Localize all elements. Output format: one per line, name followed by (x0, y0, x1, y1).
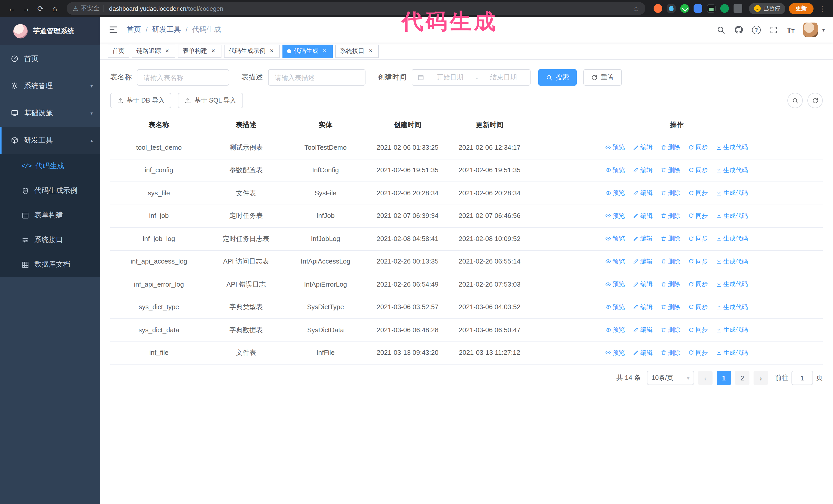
row-action-generate-code[interactable]: 生成代码 (716, 164, 748, 175)
browser-forward-icon[interactable]: → (20, 2, 33, 15)
sidebar-item-home[interactable]: 首页 (0, 45, 100, 72)
row-action-preview[interactable]: 预览 (605, 256, 625, 267)
table-row[interactable]: sys_dict_data 字典数据表 SysDictData 2021-03-… (110, 319, 823, 341)
update-button[interactable]: 更新 (789, 3, 813, 14)
row-action-preview[interactable]: 预览 (605, 187, 625, 198)
row-action-edit[interactable]: 编辑 (633, 324, 652, 335)
row-action-preview[interactable]: 预览 (605, 301, 625, 312)
address-bar[interactable]: ⚠ 不安全 dashboard.yudao.iocoder.cn/tool/co… (67, 2, 645, 15)
close-icon[interactable]: × (321, 47, 328, 55)
breadcrumb-home[interactable]: 首页 (127, 25, 141, 34)
table-desc-input[interactable] (268, 69, 365, 86)
row-action-sync[interactable]: 同步 (688, 301, 708, 312)
browser-back-icon[interactable]: ← (5, 2, 19, 15)
table-row[interactable]: inf_api_error_log API 错误日志 InfApiErrorLo… (110, 273, 823, 296)
row-action-preview[interactable]: 预览 (605, 324, 625, 335)
table-row[interactable]: inf_job_log 定时任务日志表 InfJobLog 2021-02-08… (110, 227, 823, 250)
page-size-select[interactable]: 10条/页 ▾ (647, 371, 694, 385)
row-action-delete[interactable]: 删除 (661, 233, 680, 244)
bookmark-star-icon[interactable]: ☆ (633, 4, 639, 13)
row-action-edit[interactable]: 编辑 (633, 210, 652, 221)
tab-codegen[interactable]: 代码生成 × (282, 44, 333, 58)
sidebar-item-devtools[interactable]: 研发工具 ▴ (0, 127, 100, 154)
sidebar-item-codegen[interactable]: </> 代码生成 (0, 154, 100, 178)
row-action-preview[interactable]: 预览 (605, 347, 625, 358)
row-action-sync[interactable]: 同步 (688, 279, 708, 290)
tab-form-builder[interactable]: 表单构建 × (178, 44, 221, 58)
row-action-edit[interactable]: 编辑 (633, 347, 652, 358)
github-icon[interactable] (734, 25, 743, 34)
reset-button[interactable]: 重置 (584, 69, 622, 86)
next-page-button[interactable]: › (754, 371, 768, 385)
table-row[interactable]: sys_dict_type 字典类型表 SysDictType 2021-03-… (110, 296, 823, 319)
table-name-input[interactable] (137, 69, 229, 86)
sidebar-item-codegen-example[interactable]: 代码生成示例 (0, 178, 100, 203)
row-action-generate-code[interactable]: 生成代码 (716, 256, 748, 267)
tab-codegen-example[interactable]: 代码生成示例 × (224, 44, 280, 58)
page-button-1[interactable]: 1 (717, 371, 731, 385)
close-icon[interactable]: × (268, 47, 275, 55)
row-action-generate-code[interactable]: 生成代码 (716, 347, 748, 358)
table-row[interactable]: inf_config 参数配置表 InfConfig 2021-02-06 19… (110, 159, 823, 182)
row-action-edit[interactable]: 编辑 (633, 164, 652, 175)
table-row[interactable]: inf_job 定时任务表 InfJob 2021-02-07 06:39:34… (110, 205, 823, 227)
row-action-preview[interactable]: 预览 (605, 233, 625, 244)
table-row[interactable]: inf_api_access_log API 访问日志表 InfApiAcces… (110, 250, 823, 273)
row-action-preview[interactable]: 预览 (605, 142, 625, 153)
row-action-delete[interactable]: 删除 (661, 210, 680, 221)
extension-icon-6[interactable] (720, 4, 729, 13)
close-icon[interactable]: × (367, 47, 374, 55)
row-action-generate-code[interactable]: 生成代码 (716, 142, 748, 153)
row-action-delete[interactable]: 删除 (661, 256, 680, 267)
column-header-update-time[interactable]: 更新时间 (449, 114, 530, 136)
sidebar-item-db-docs[interactable]: 数据库文档 (0, 252, 100, 277)
sidebar-item-form-builder[interactable]: 表单构建 (0, 203, 100, 227)
search-icon[interactable] (716, 25, 725, 34)
column-header-entity[interactable]: 实体 (285, 114, 366, 136)
page-button-2[interactable]: 2 (735, 371, 749, 385)
row-action-sync[interactable]: 同步 (688, 347, 708, 358)
column-header-table-desc[interactable]: 表描述 (208, 114, 285, 136)
row-action-preview[interactable]: 预览 (605, 210, 625, 221)
extension-icon-1[interactable] (653, 4, 662, 13)
browser-home-icon[interactable]: ⌂ (48, 2, 62, 15)
row-action-sync[interactable]: 同步 (688, 324, 708, 335)
row-action-preview[interactable]: 预览 (605, 279, 625, 290)
sidebar-item-system-api[interactable]: 系统接口 (0, 227, 100, 252)
paused-badge[interactable]: 已暂停 (749, 3, 785, 14)
row-action-sync[interactable]: 同步 (688, 233, 708, 244)
row-action-edit[interactable]: 编辑 (633, 256, 652, 267)
row-action-generate-code[interactable]: 生成代码 (716, 324, 748, 335)
search-button[interactable]: 搜索 (538, 69, 577, 86)
row-action-generate-code[interactable]: 生成代码 (716, 279, 748, 290)
row-action-sync[interactable]: 同步 (688, 187, 708, 198)
row-action-delete[interactable]: 删除 (661, 142, 680, 153)
row-action-sync[interactable]: 同步 (688, 142, 708, 153)
help-icon[interactable]: ? (752, 25, 760, 34)
import-sql-button[interactable]: 基于 SQL 导入 (178, 93, 243, 108)
font-size-icon[interactable]: TT (787, 26, 794, 33)
row-action-sync[interactable]: 同步 (688, 210, 708, 221)
table-row[interactable]: inf_file 文件表 InfFile 2021-03-13 09:43:20… (110, 341, 823, 364)
table-row[interactable]: sys_file 文件表 SysFile 2021-02-06 20:28:34… (110, 182, 823, 205)
row-action-delete[interactable]: 删除 (661, 187, 680, 198)
fullscreen-icon[interactable] (769, 25, 778, 34)
sidebar-item-system[interactable]: 系统管理 ▾ (0, 72, 100, 99)
row-action-edit[interactable]: 编辑 (633, 187, 652, 198)
tab-tracing[interactable]: 链路追踪 × (132, 44, 175, 58)
browser-menu-icon[interactable]: ⋮ (816, 4, 828, 13)
row-action-sync[interactable]: 同步 (688, 164, 708, 175)
row-action-generate-code[interactable]: 生成代码 (716, 210, 748, 221)
refresh-table-button[interactable] (807, 93, 823, 108)
row-action-delete[interactable]: 删除 (661, 347, 680, 358)
browser-reload-icon[interactable]: ⟳ (34, 2, 47, 15)
row-action-edit[interactable]: 编辑 (633, 301, 652, 312)
hamburger-icon[interactable] (108, 25, 118, 35)
goto-page-input[interactable] (791, 371, 813, 385)
column-header-table-name[interactable]: 表名称 (110, 114, 208, 136)
toggle-search-button[interactable] (787, 93, 803, 108)
app-logo[interactable]: 芋道管理系统 (0, 17, 100, 45)
create-time-range-picker[interactable]: 开始日期 - 结束日期 (412, 69, 530, 86)
row-action-edit[interactable]: 编辑 (633, 233, 652, 244)
row-action-delete[interactable]: 删除 (661, 164, 680, 175)
